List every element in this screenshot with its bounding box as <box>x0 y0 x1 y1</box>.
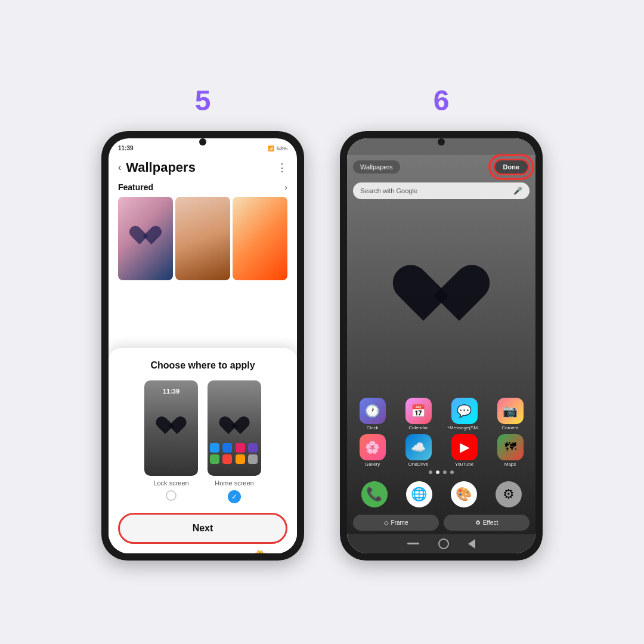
home-check[interactable]: ✓ <box>228 490 241 503</box>
wallpaper-grid <box>109 197 297 280</box>
gallery-icon: 🌸 <box>360 434 386 460</box>
phone-icon: 📞 <box>361 481 388 507</box>
mini-icon-5 <box>210 454 219 464</box>
dock-chrome[interactable]: 🌐 <box>406 481 432 507</box>
home-screen-preview <box>208 380 261 476</box>
mic-icon: 🎤 <box>513 187 522 195</box>
main-container: 5 11:39 📶 53% ‹ Wallpapers ⋮ <box>78 60 566 584</box>
dock-settings[interactable]: ⚙ <box>496 481 522 507</box>
step-6: 6 Wallpapers Done <box>340 84 543 561</box>
mini-icon-3 <box>236 443 245 453</box>
onedrive-label: OneDrive <box>408 462 429 467</box>
camera-icon: 📷 <box>497 398 524 424</box>
dot-4 <box>450 470 454 474</box>
next-btn-container: Next 🤚 <box>118 513 287 544</box>
wifi-icon: 📶 <box>268 145 274 151</box>
lock-screen-preview: 11:39 <box>144 380 198 476</box>
effect-icon: ♻ <box>475 519 481 526</box>
preview-heart-lock <box>159 417 183 439</box>
featured-label: Featured <box>118 182 153 192</box>
home-screen-label: Home screen <box>215 479 253 487</box>
home-heart <box>405 267 477 333</box>
app-message[interactable]: 💬 +Message(SM... <box>444 398 485 431</box>
hand-cursor-5: 🤚 <box>245 544 279 553</box>
clock-icon: 🕐 <box>360 398 386 424</box>
camera-label: Camera <box>501 425 518 431</box>
youtube-icon: ▶ <box>451 434 478 460</box>
maps-label: Maps <box>504 462 516 467</box>
google-search-bar[interactable]: Search with Google 🎤 <box>353 182 530 199</box>
choose-where-sheet: Choose where to apply 11:39 Lock screen <box>109 348 297 553</box>
mini-icon-2 <box>222 443 232 453</box>
next-button[interactable]: Next <box>118 513 287 544</box>
battery-icon: 53% <box>277 145 287 151</box>
nav-bar-6 <box>347 534 535 553</box>
frame-icon: ◇ <box>384 519 389 526</box>
calendar-icon: 📅 <box>405 398 432 424</box>
message-icon: 💬 <box>451 398 478 424</box>
screen-options: 11:39 Lock screen <box>118 380 287 503</box>
calendar-label: Calendar <box>408 425 428 431</box>
lock-screen-label: Lock screen <box>153 479 188 487</box>
mini-icon-4 <box>248 443 258 453</box>
nav-recent-6[interactable] <box>407 543 419 544</box>
frame-label: Frame <box>391 519 408 526</box>
wallpapers-pill[interactable]: Wallpapers <box>353 160 400 174</box>
app-youtube[interactable]: ▶ YouTube <box>444 434 485 467</box>
menu-button[interactable]: ⋮ <box>277 161 287 174</box>
phone-5: 11:39 📶 53% ‹ Wallpapers ⋮ Featured › <box>101 131 304 561</box>
mini-icon-7 <box>236 454 245 464</box>
lock-screen-option[interactable]: 11:39 Lock screen <box>144 380 198 503</box>
clock-label: Clock <box>366 425 378 431</box>
home-screen-option[interactable]: Home screen ✓ <box>208 380 261 503</box>
maps-icon: 🗺 <box>497 434 524 460</box>
app-calendar[interactable]: 📅 Calendar <box>398 398 439 431</box>
status-icons-5: 📶 53% <box>268 145 287 151</box>
frame-button[interactable]: ◇ Frame <box>353 515 439 531</box>
effect-button[interactable]: ♻ Effect <box>444 515 530 531</box>
app-gallery[interactable]: 🌸 Gallery <box>352 434 393 467</box>
home-wallpaper-area <box>347 203 535 398</box>
phone-6-screen: Wallpapers Done 🤚 Search with Google 🎤 <box>347 138 535 553</box>
wallpaper-thumb-3[interactable] <box>233 197 287 280</box>
step-6-number: 6 <box>434 84 450 117</box>
phone-6: Wallpapers Done 🤚 Search with Google 🎤 <box>340 131 543 561</box>
mini-icon-8 <box>248 454 258 464</box>
lock-time: 11:39 <box>163 388 179 395</box>
mini-icon-1 <box>210 443 219 453</box>
wallpapers-title: Wallpapers <box>126 160 272 175</box>
featured-arrow[interactable]: › <box>284 182 287 192</box>
status-time-5: 11:39 <box>118 145 134 151</box>
back-button[interactable]: ‹ <box>118 162 121 173</box>
youtube-label: YouTube <box>455 462 473 467</box>
search-text: Search with Google <box>360 187 417 194</box>
app-onedrive[interactable]: ☁️ OneDrive <box>398 434 439 467</box>
heart-shape-1 <box>134 227 157 250</box>
app-camera[interactable]: 📷 Camera <box>490 398 531 431</box>
step-5-number: 5 <box>195 84 211 117</box>
phone-6-camera <box>438 138 445 145</box>
chrome-icon: 🌐 <box>406 481 432 507</box>
app-clock[interactable]: 🕐 Clock <box>352 398 393 431</box>
page-dots <box>347 467 535 478</box>
phone-5-screen: 11:39 📶 53% ‹ Wallpapers ⋮ Featured › <box>109 138 297 553</box>
dot-2 <box>436 470 439 474</box>
phone-5-camera <box>199 138 206 145</box>
home-app-grid-row2: 🌸 Gallery ☁️ OneDrive ▶ YouTube 🗺 <box>347 434 535 467</box>
app-maps[interactable]: 🗺 Maps <box>490 434 531 467</box>
lock-radio[interactable] <box>166 490 177 501</box>
home-top-bar: Wallpapers Done 🤚 <box>347 155 535 179</box>
nav-home-6[interactable] <box>438 538 449 549</box>
wallpaper-thumb-1[interactable] <box>118 197 173 280</box>
heart-thumb-1 <box>118 197 173 280</box>
done-btn-wrapper: Done 🤚 <box>493 159 530 175</box>
home-preview-icons <box>210 443 259 464</box>
wallpaper-thumb-2[interactable] <box>175 197 230 280</box>
done-button[interactable]: Done <box>493 159 530 175</box>
home-screen-main: Wallpapers Done 🤚 Search with Google 🎤 <box>347 155 535 534</box>
nav-back-6[interactable] <box>468 539 475 549</box>
dock-phone[interactable]: 📞 <box>361 481 388 507</box>
home-bottom-btns: ◇ Frame ♻ Effect <box>347 511 535 534</box>
home-app-grid-row1: 🕐 Clock 📅 Calendar 💬 +Message(SM... <box>347 398 535 431</box>
dock-photos[interactable]: 🎨 <box>451 481 477 507</box>
